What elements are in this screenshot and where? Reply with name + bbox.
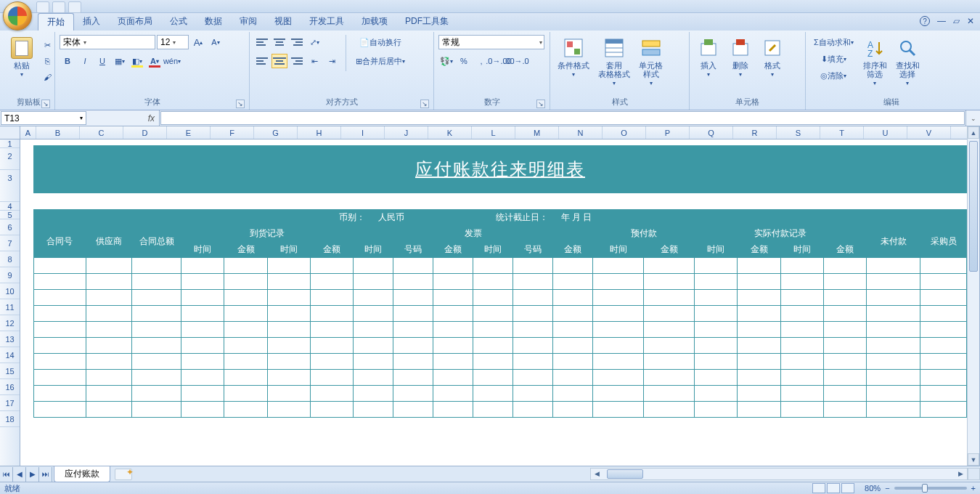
table-cell[interactable] bbox=[393, 306, 433, 322]
table-cell[interactable] bbox=[695, 274, 738, 290]
table-cell[interactable] bbox=[513, 258, 553, 274]
table-cell[interactable] bbox=[780, 258, 823, 274]
table-cell[interactable] bbox=[433, 338, 473, 354]
view-pagebreak-icon[interactable] bbox=[841, 483, 854, 493]
sheet-nav-prev-icon[interactable]: ◀ bbox=[13, 467, 26, 482]
table-cell[interactable] bbox=[738, 402, 780, 418]
table-cell[interactable] bbox=[823, 386, 866, 402]
table-cell[interactable] bbox=[513, 354, 553, 370]
table-cell[interactable] bbox=[393, 370, 433, 386]
table-cell[interactable] bbox=[311, 338, 354, 354]
table-cell[interactable] bbox=[132, 386, 181, 402]
table-cell[interactable] bbox=[433, 386, 473, 402]
fill-button[interactable]: ⬇ 填充 ▾ bbox=[810, 52, 857, 66]
table-cell[interactable] bbox=[267, 274, 310, 290]
underline-button[interactable]: U bbox=[94, 54, 110, 68]
table-cell[interactable] bbox=[311, 354, 354, 370]
sheet-nav-first-icon[interactable]: ⏮ bbox=[0, 467, 13, 482]
table-cell[interactable] bbox=[224, 338, 267, 354]
table-cell[interactable] bbox=[433, 370, 473, 386]
table-cell[interactable] bbox=[695, 402, 738, 418]
table-cell[interactable] bbox=[513, 274, 553, 290]
qat-undo-icon[interactable] bbox=[52, 1, 65, 13]
table-cell[interactable] bbox=[181, 258, 224, 274]
table-cell[interactable] bbox=[86, 370, 132, 386]
row-head-4[interactable]: 4 bbox=[0, 202, 20, 211]
table-cell[interactable] bbox=[593, 370, 644, 386]
fx-icon[interactable]: fx bbox=[87, 110, 160, 126]
table-cell[interactable] bbox=[780, 402, 823, 418]
name-box[interactable]: T13▾ bbox=[1, 111, 86, 125]
table-cell[interactable] bbox=[473, 306, 513, 322]
table-cell[interactable] bbox=[354, 338, 393, 354]
row-head-2[interactable]: 2 bbox=[0, 148, 20, 170]
font-color-icon[interactable]: A▾ bbox=[147, 54, 163, 68]
sheet-nav-next-icon[interactable]: ▶ bbox=[26, 467, 39, 482]
table-cell[interactable] bbox=[473, 338, 513, 354]
table-cell[interactable] bbox=[34, 274, 86, 290]
decrease-decimal-icon[interactable]: .00→.0 bbox=[508, 54, 524, 68]
fill-color-icon[interactable]: ◧▾ bbox=[129, 54, 145, 68]
table-cell[interactable] bbox=[920, 306, 967, 322]
table-cell[interactable] bbox=[34, 386, 86, 402]
expand-formula-bar-icon[interactable]: ⌄ bbox=[965, 110, 980, 126]
table-cell[interactable] bbox=[473, 370, 513, 386]
table-cell[interactable] bbox=[867, 402, 920, 418]
table-cell[interactable] bbox=[181, 322, 224, 338]
table-cell[interactable] bbox=[132, 338, 181, 354]
table-cell[interactable] bbox=[86, 258, 132, 274]
tab-开始[interactable]: 开始 bbox=[38, 13, 74, 31]
row-head-13[interactable]: 13 bbox=[0, 331, 20, 347]
table-cell[interactable] bbox=[311, 386, 354, 402]
tab-审阅[interactable]: 审阅 bbox=[231, 13, 266, 31]
table-cell[interactable] bbox=[132, 322, 181, 338]
table-cell[interactable] bbox=[780, 274, 823, 290]
scroll-thumb-h[interactable] bbox=[607, 469, 643, 479]
table-cell[interactable] bbox=[433, 258, 473, 274]
table-cell[interactable] bbox=[644, 370, 695, 386]
col-head-J[interactable]: J bbox=[385, 126, 428, 139]
bold-button[interactable]: B bbox=[60, 54, 75, 68]
table-cell[interactable] bbox=[553, 258, 593, 274]
table-cell[interactable] bbox=[354, 402, 393, 418]
table-cell[interactable] bbox=[738, 274, 780, 290]
table-cell[interactable] bbox=[593, 386, 644, 402]
table-cell[interactable] bbox=[34, 370, 86, 386]
table-cell[interactable] bbox=[644, 338, 695, 354]
table-cell[interactable] bbox=[393, 402, 433, 418]
table-cell[interactable] bbox=[354, 274, 393, 290]
table-cell[interactable] bbox=[823, 258, 866, 274]
number-format-combo[interactable]: 常规▾ bbox=[438, 35, 544, 49]
table-row[interactable] bbox=[34, 322, 967, 338]
table-cell[interactable] bbox=[738, 338, 780, 354]
table-cell[interactable] bbox=[86, 274, 132, 290]
zoom-out-icon[interactable]: − bbox=[885, 484, 889, 493]
table-cell[interactable] bbox=[780, 338, 823, 354]
col-head-I[interactable]: I bbox=[341, 126, 385, 139]
table-cell[interactable] bbox=[181, 370, 224, 386]
table-cell[interactable] bbox=[823, 290, 866, 306]
table-cell[interactable] bbox=[738, 322, 780, 338]
conditional-format-button[interactable]: 条件格式▾ bbox=[555, 35, 592, 79]
window-close-icon[interactable]: ✕ bbox=[967, 16, 974, 26]
table-cell[interactable] bbox=[780, 354, 823, 370]
table-cell[interactable] bbox=[354, 354, 393, 370]
font-launcher-icon[interactable]: ↘ bbox=[236, 100, 245, 108]
table-cell[interactable] bbox=[867, 370, 920, 386]
table-cell[interactable] bbox=[181, 290, 224, 306]
border-icon[interactable]: ▦▾ bbox=[112, 54, 128, 68]
table-cell[interactable] bbox=[86, 402, 132, 418]
table-cell[interactable] bbox=[738, 306, 780, 322]
col-head-S[interactable]: S bbox=[777, 126, 820, 139]
tab-视图[interactable]: 视图 bbox=[266, 13, 301, 31]
table-cell[interactable] bbox=[513, 402, 553, 418]
table-cell[interactable] bbox=[513, 290, 553, 306]
table-cell[interactable] bbox=[593, 338, 644, 354]
row-head-18[interactable]: 18 bbox=[0, 411, 20, 427]
table-cell[interactable] bbox=[738, 370, 780, 386]
table-cell[interactable] bbox=[513, 386, 553, 402]
table-cell[interactable] bbox=[354, 306, 393, 322]
increase-font-icon[interactable]: A▴ bbox=[190, 35, 206, 49]
sort-filter-button[interactable]: AZ 排序和 筛选▾ bbox=[860, 35, 890, 88]
col-head-G[interactable]: G bbox=[254, 126, 298, 139]
